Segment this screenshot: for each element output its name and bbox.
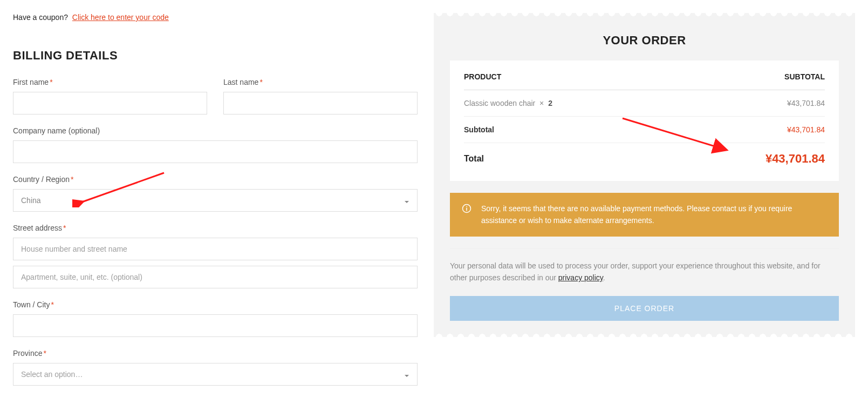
- order-item-name: Classic wooden chair × 2: [464, 99, 552, 107]
- place-order-button[interactable]: PLACE ORDER: [450, 296, 839, 321]
- coupon-prompt-text: Have a coupon?: [13, 13, 68, 22]
- required-star-icon: *: [51, 300, 53, 309]
- last-name-label-text: Last name: [223, 78, 258, 86]
- order-total-label: Total: [464, 154, 484, 164]
- order-header-row: PRODUCT SUBTOTAL: [464, 72, 825, 90]
- order-item-qty-prefix: ×: [539, 99, 544, 107]
- city-label-text: Town / City: [13, 300, 50, 309]
- payment-notice-text: Sorry, it seems that there are no availa…: [481, 203, 827, 227]
- order-total-row: Total ¥43,701.84: [464, 143, 825, 176]
- coupon-prompt: Have a coupon? Click here to enter your …: [13, 13, 418, 22]
- payment-notice: Sorry, it seems that there are no availa…: [450, 193, 839, 237]
- divider: [450, 248, 839, 249]
- province-label-text: Province: [13, 349, 42, 358]
- order-card: PRODUCT SUBTOTAL Classic wooden chair × …: [450, 60, 839, 181]
- order-heading: YOUR ORDER: [450, 33, 839, 48]
- info-icon: [462, 204, 471, 217]
- street-address-2-field[interactable]: [13, 266, 418, 288]
- street-label: Street address*: [13, 224, 418, 232]
- chevron-down-icon: [404, 198, 409, 203]
- street-address-1-field[interactable]: [13, 238, 418, 260]
- order-subtotal-row: Subtotal ¥43,701.84: [464, 117, 825, 143]
- order-item-name-text: Classic wooden chair: [464, 99, 535, 107]
- required-star-icon: *: [43, 349, 46, 358]
- privacy-text-pre: Your personal data will be used to proce…: [450, 261, 821, 282]
- order-item-subtotal: ¥43,701.84: [787, 99, 825, 107]
- required-star-icon: *: [50, 78, 52, 86]
- country-selected-value: China: [21, 196, 41, 205]
- country-select[interactable]: China: [13, 189, 418, 212]
- country-label-text: Country / Region: [13, 175, 70, 184]
- required-star-icon: *: [63, 224, 66, 232]
- order-item-qty: 2: [548, 99, 552, 107]
- company-label: Company name (optional): [13, 126, 418, 135]
- province-placeholder: Select an option…: [21, 370, 83, 379]
- privacy-policy-link[interactable]: privacy policy: [558, 273, 603, 282]
- street-label-text: Street address: [13, 224, 62, 232]
- order-total-value: ¥43,701.84: [766, 152, 825, 166]
- privacy-text: Your personal data will be used to proce…: [450, 260, 839, 284]
- first-name-label: First name*: [13, 78, 207, 86]
- last-name-label: Last name*: [223, 78, 418, 86]
- chevron-down-icon: [404, 372, 409, 377]
- city-label: Town / City*: [13, 300, 418, 309]
- province-select[interactable]: Select an option…: [13, 363, 418, 386]
- country-label: Country / Region*: [13, 175, 418, 184]
- required-star-icon: *: [71, 175, 73, 184]
- province-label: Province*: [13, 349, 418, 358]
- last-name-field[interactable]: [223, 92, 418, 115]
- order-item-row: Classic wooden chair × 2 ¥43,701.84: [464, 90, 825, 117]
- company-field[interactable]: [13, 140, 418, 163]
- required-star-icon: *: [259, 78, 262, 86]
- city-field[interactable]: [13, 314, 418, 337]
- order-col-subtotal: SUBTOTAL: [784, 72, 825, 81]
- billing-heading: BILLING DETAILS: [13, 49, 418, 63]
- privacy-text-post: .: [603, 273, 605, 282]
- first-name-label-text: First name: [13, 78, 49, 86]
- order-subtotal-label: Subtotal: [464, 125, 494, 134]
- first-name-field[interactable]: [13, 92, 207, 115]
- order-summary: YOUR ORDER PRODUCT SUBTOTAL Classic wood…: [434, 13, 855, 337]
- order-subtotal-value: ¥43,701.84: [787, 125, 825, 134]
- coupon-link[interactable]: Click here to enter your code: [72, 13, 169, 22]
- order-col-product: PRODUCT: [464, 72, 501, 81]
